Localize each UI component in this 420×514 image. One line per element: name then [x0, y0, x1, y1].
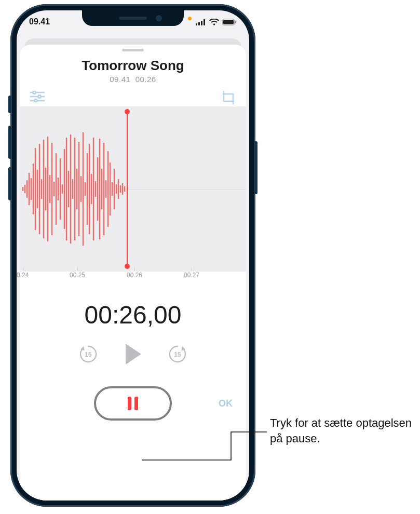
callout-leader-line — [0, 0, 420, 514]
